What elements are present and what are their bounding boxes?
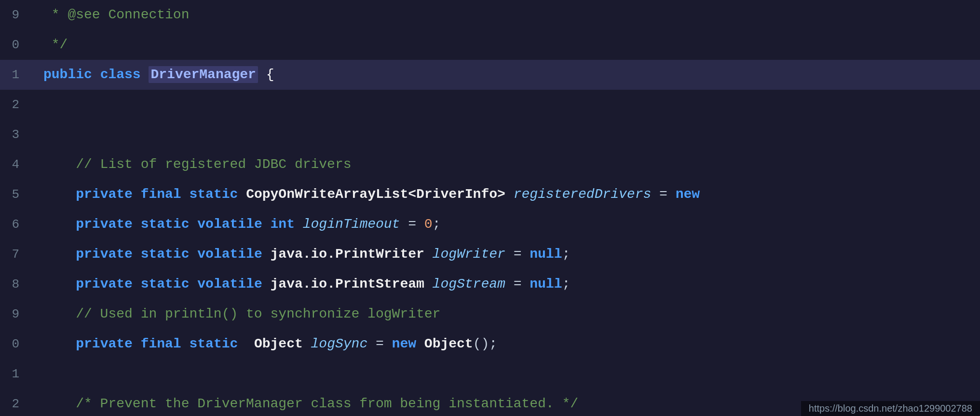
line-number-0a: 0 — [0, 30, 29, 60]
url-bar: https://blog.csdn.net/zhao1299002788 — [801, 401, 980, 416]
code-line-6: 6 private static volatile int loginTimeo… — [0, 209, 980, 239]
line-content-4: // List of registered JDBC drivers — [29, 150, 980, 180]
line-content-6: private static volatile int loginTimeout… — [29, 209, 980, 239]
code-area: 9 * @see Connection 0 */ 1 public class … — [0, 0, 980, 416]
line-number-1b: 1 — [0, 359, 29, 389]
line-number-2: 2 — [0, 90, 29, 120]
code-line-0b: 0 private final static Object logSync = … — [0, 329, 980, 359]
line-content-7: private static volatile java.io.PrintWri… — [29, 239, 980, 269]
line-number-1a: 1 — [0, 60, 29, 90]
line-content-1a: public class DriverManager { — [29, 60, 980, 90]
line-number-4: 4 — [0, 150, 29, 180]
line-content-1b — [29, 359, 980, 389]
line-content-3 — [29, 120, 980, 150]
line-content-8: private static volatile java.io.PrintStr… — [29, 269, 980, 299]
line-number-2b: 2 — [0, 389, 29, 416]
code-line-2: 2 — [0, 90, 980, 120]
line-content-2 — [29, 90, 980, 120]
code-line-9b: 9 // Used in println() to synchronize lo… — [0, 299, 980, 329]
code-line-5: 5 private final static CopyOnWriteArrayL… — [0, 180, 980, 209]
line-content-9: * @see Connection — [29, 0, 980, 30]
code-line-3: 3 — [0, 120, 980, 150]
line-content-0a: */ — [29, 30, 980, 60]
line-content-0b: private final static Object logSync = ne… — [29, 329, 980, 359]
code-line-4: 4 // List of registered JDBC drivers — [0, 150, 980, 180]
line-number-9: 9 — [0, 0, 29, 30]
line-number-8: 8 — [0, 269, 29, 299]
line-number-9b: 9 — [0, 299, 29, 329]
code-line-7: 7 private static volatile java.io.PrintW… — [0, 239, 980, 269]
line-number-7: 7 — [0, 239, 29, 269]
code-line-1b: 1 — [0, 359, 980, 389]
code-container: 9 * @see Connection 0 */ 1 public class … — [0, 0, 980, 416]
line-number-5: 5 — [0, 180, 29, 209]
code-line-8: 8 private static volatile java.io.PrintS… — [0, 269, 980, 299]
line-number-0b: 0 — [0, 329, 29, 359]
code-line-9: 9 * @see Connection — [0, 0, 980, 30]
line-content-5: private final static CopyOnWriteArrayLis… — [29, 180, 980, 209]
line-content-9b: // Used in println() to synchronize logW… — [29, 299, 980, 329]
line-number-3: 3 — [0, 120, 29, 150]
code-line-1a: 1 public class DriverManager { — [0, 60, 980, 90]
code-line-0a: 0 */ — [0, 30, 980, 60]
line-number-6: 6 — [0, 209, 29, 239]
